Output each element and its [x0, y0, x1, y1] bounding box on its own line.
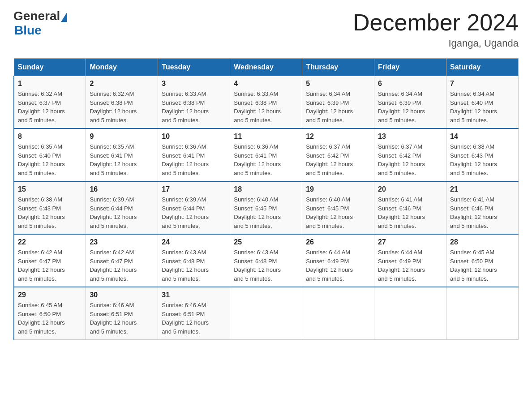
calendar-day-cell: 10 Sunrise: 6:36 AMSunset: 6:41 PMDaylig… [158, 128, 230, 181]
day-info: Sunrise: 6:34 AMSunset: 6:39 PMDaylight:… [378, 90, 425, 124]
title-section: December 2024 Iganga, Uganda [353, 9, 519, 49]
calendar-week-row: 1 Sunrise: 6:32 AMSunset: 6:37 PMDayligh… [14, 76, 519, 129]
header-saturday: Saturday [446, 59, 519, 76]
calendar-day-cell: 31 Sunrise: 6:46 AMSunset: 6:51 PMDaylig… [158, 287, 230, 340]
calendar-day-cell: 27 Sunrise: 6:44 AMSunset: 6:49 PMDaylig… [374, 234, 446, 287]
calendar-day-cell: 2 Sunrise: 6:32 AMSunset: 6:38 PMDayligh… [86, 76, 158, 129]
calendar-day-cell [230, 287, 302, 340]
day-info: Sunrise: 6:43 AMSunset: 6:48 PMDaylight:… [162, 249, 209, 282]
calendar-table: Sunday Monday Tuesday Wednesday Thursday… [13, 58, 519, 340]
calendar-day-cell: 30 Sunrise: 6:46 AMSunset: 6:51 PMDaylig… [86, 287, 158, 340]
day-number: 12 [306, 133, 370, 141]
calendar-day-cell: 1 Sunrise: 6:32 AMSunset: 6:37 PMDayligh… [14, 76, 86, 129]
calendar-week-row: 22 Sunrise: 6:42 AMSunset: 6:47 PMDaylig… [14, 234, 519, 287]
day-info: Sunrise: 6:37 AMSunset: 6:42 PMDaylight:… [306, 143, 353, 176]
header-row: Sunday Monday Tuesday Wednesday Thursday… [14, 59, 519, 76]
day-info: Sunrise: 6:33 AMSunset: 6:38 PMDaylight:… [162, 90, 209, 124]
day-number: 30 [90, 291, 154, 299]
day-info: Sunrise: 6:40 AMSunset: 6:45 PMDaylight:… [306, 196, 353, 229]
header-tuesday: Tuesday [158, 59, 230, 76]
calendar-day-cell: 26 Sunrise: 6:44 AMSunset: 6:49 PMDaylig… [302, 234, 374, 287]
day-number: 15 [18, 185, 82, 193]
day-info: Sunrise: 6:46 AMSunset: 6:51 PMDaylight:… [162, 302, 209, 335]
day-info: Sunrise: 6:41 AMSunset: 6:46 PMDaylight:… [378, 196, 425, 229]
calendar-day-cell [374, 287, 446, 340]
day-number: 22 [18, 238, 82, 246]
day-info: Sunrise: 6:38 AMSunset: 6:43 PMDaylight:… [18, 196, 65, 229]
day-number: 19 [306, 185, 370, 193]
day-number: 5 [306, 80, 370, 88]
day-number: 1 [18, 80, 82, 88]
calendar-day-cell: 21 Sunrise: 6:41 AMSunset: 6:46 PMDaylig… [446, 181, 519, 234]
calendar-location: Iganga, Uganda [353, 38, 519, 49]
calendar-body: 1 Sunrise: 6:32 AMSunset: 6:37 PMDayligh… [14, 76, 519, 340]
calendar-day-cell: 14 Sunrise: 6:38 AMSunset: 6:43 PMDaylig… [446, 128, 519, 181]
day-info: Sunrise: 6:39 AMSunset: 6:44 PMDaylight:… [162, 196, 209, 229]
calendar-day-cell: 12 Sunrise: 6:37 AMSunset: 6:42 PMDaylig… [302, 128, 374, 181]
day-number: 3 [162, 80, 226, 88]
day-number: 14 [450, 133, 515, 141]
calendar-week-row: 15 Sunrise: 6:38 AMSunset: 6:43 PMDaylig… [14, 181, 519, 234]
day-number: 25 [234, 238, 298, 246]
calendar-day-cell: 6 Sunrise: 6:34 AMSunset: 6:39 PMDayligh… [374, 76, 446, 129]
calendar-day-cell: 20 Sunrise: 6:41 AMSunset: 6:46 PMDaylig… [374, 181, 446, 234]
calendar-day-cell: 9 Sunrise: 6:35 AMSunset: 6:41 PMDayligh… [86, 128, 158, 181]
day-info: Sunrise: 6:34 AMSunset: 6:40 PMDaylight:… [450, 90, 497, 124]
day-number: 7 [450, 80, 515, 88]
day-info: Sunrise: 6:45 AMSunset: 6:50 PMDaylight:… [450, 249, 497, 282]
day-number: 27 [378, 238, 442, 246]
calendar-day-cell: 22 Sunrise: 6:42 AMSunset: 6:47 PMDaylig… [14, 234, 86, 287]
calendar-week-row: 8 Sunrise: 6:35 AMSunset: 6:40 PMDayligh… [14, 128, 519, 181]
header-thursday: Thursday [302, 59, 374, 76]
day-number: 10 [162, 133, 226, 141]
calendar-week-row: 29 Sunrise: 6:45 AMSunset: 6:50 PMDaylig… [14, 287, 519, 340]
header-friday: Friday [374, 59, 446, 76]
calendar-day-cell: 11 Sunrise: 6:36 AMSunset: 6:41 PMDaylig… [230, 128, 302, 181]
header-wednesday: Wednesday [230, 59, 302, 76]
calendar-day-cell: 16 Sunrise: 6:39 AMSunset: 6:44 PMDaylig… [86, 181, 158, 234]
calendar-title: December 2024 [353, 9, 519, 36]
day-number: 28 [450, 238, 515, 246]
day-number: 2 [90, 80, 154, 88]
calendar-day-cell: 23 Sunrise: 6:42 AMSunset: 6:47 PMDaylig… [86, 234, 158, 287]
day-info: Sunrise: 6:34 AMSunset: 6:39 PMDaylight:… [306, 90, 353, 124]
day-number: 11 [234, 133, 298, 141]
day-info: Sunrise: 6:42 AMSunset: 6:47 PMDaylight:… [18, 249, 65, 282]
day-number: 23 [90, 238, 154, 246]
day-info: Sunrise: 6:32 AMSunset: 6:38 PMDaylight:… [90, 90, 137, 124]
day-number: 8 [18, 133, 82, 141]
day-number: 31 [162, 291, 226, 299]
day-info: Sunrise: 6:39 AMSunset: 6:44 PMDaylight:… [90, 196, 137, 229]
calendar-day-cell: 5 Sunrise: 6:34 AMSunset: 6:39 PMDayligh… [302, 76, 374, 129]
day-info: Sunrise: 6:44 AMSunset: 6:49 PMDaylight:… [378, 249, 425, 282]
day-number: 16 [90, 185, 154, 193]
day-number: 6 [378, 80, 442, 88]
day-info: Sunrise: 6:43 AMSunset: 6:48 PMDaylight:… [234, 249, 281, 282]
day-info: Sunrise: 6:32 AMSunset: 6:37 PMDaylight:… [18, 90, 65, 124]
day-info: Sunrise: 6:38 AMSunset: 6:43 PMDaylight:… [450, 143, 497, 176]
day-info: Sunrise: 6:41 AMSunset: 6:46 PMDaylight:… [450, 196, 497, 229]
day-info: Sunrise: 6:40 AMSunset: 6:45 PMDaylight:… [234, 196, 281, 229]
day-info: Sunrise: 6:33 AMSunset: 6:38 PMDaylight:… [234, 90, 281, 124]
day-number: 26 [306, 238, 370, 246]
calendar-day-cell: 28 Sunrise: 6:45 AMSunset: 6:50 PMDaylig… [446, 234, 519, 287]
calendar-day-cell [446, 287, 519, 340]
logo-blue-text: Blue [14, 23, 42, 38]
day-number: 29 [18, 291, 82, 299]
header-sunday: Sunday [14, 59, 86, 76]
calendar-day-cell: 19 Sunrise: 6:40 AMSunset: 6:45 PMDaylig… [302, 181, 374, 234]
calendar-day-cell: 13 Sunrise: 6:37 AMSunset: 6:42 PMDaylig… [374, 128, 446, 181]
day-number: 18 [234, 185, 298, 193]
day-number: 24 [162, 238, 226, 246]
calendar-day-cell: 29 Sunrise: 6:45 AMSunset: 6:50 PMDaylig… [14, 287, 86, 340]
calendar-day-cell: 3 Sunrise: 6:33 AMSunset: 6:38 PMDayligh… [158, 76, 230, 129]
calendar-day-cell: 8 Sunrise: 6:35 AMSunset: 6:40 PMDayligh… [14, 128, 86, 181]
calendar-day-cell: 7 Sunrise: 6:34 AMSunset: 6:40 PMDayligh… [446, 76, 519, 129]
day-info: Sunrise: 6:37 AMSunset: 6:42 PMDaylight:… [378, 143, 425, 176]
calendar-day-cell: 15 Sunrise: 6:38 AMSunset: 6:43 PMDaylig… [14, 181, 86, 234]
calendar-day-cell: 18 Sunrise: 6:40 AMSunset: 6:45 PMDaylig… [230, 181, 302, 234]
calendar-day-cell [302, 287, 374, 340]
day-number: 13 [378, 133, 442, 141]
day-info: Sunrise: 6:44 AMSunset: 6:49 PMDaylight:… [306, 249, 353, 282]
day-info: Sunrise: 6:46 AMSunset: 6:51 PMDaylight:… [90, 302, 137, 335]
